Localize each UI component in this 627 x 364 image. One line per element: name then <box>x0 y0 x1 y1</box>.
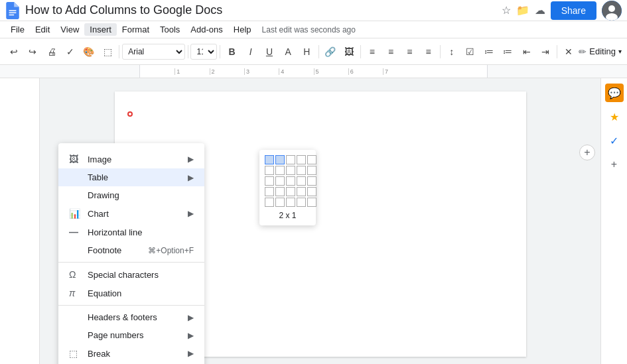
chat-icon[interactable]: 💬 <box>605 84 624 102</box>
menu-item-view[interactable]: View <box>55 23 84 36</box>
chart-menu-arrow: ▶ <box>188 209 194 218</box>
document-title[interactable]: How to Add Columns to Google Docs <box>25 3 502 17</box>
add-content-button[interactable]: + <box>579 145 595 160</box>
title-actions: ☆ 📁 ☁ Share <box>502 1 622 21</box>
grid-cell[interactable] <box>307 187 316 196</box>
menu-item-page-numbers[interactable]: Page numbers ▶ <box>58 326 204 344</box>
menu-item-equation[interactable]: π Equation <box>58 284 204 302</box>
bullet-list-button[interactable]: ≔ <box>480 42 498 61</box>
grid-cell[interactable] <box>307 176 316 186</box>
font-name-select[interactable]: Arial <box>122 44 184 60</box>
grid-cell[interactable] <box>286 166 295 175</box>
toolbar-divider-3 <box>220 45 220 58</box>
indent-button[interactable]: ⇥ <box>537 42 554 61</box>
insert-menu-section-3: Headers & footers ▶ Page numbers ▶ ⬚ Bre… <box>58 306 204 364</box>
grid-cell[interactable] <box>286 176 295 186</box>
avatar[interactable] <box>602 1 622 21</box>
grid-cell[interactable] <box>297 187 306 196</box>
chart-menu-icon: 📊 <box>69 208 82 219</box>
grid-cell[interactable] <box>297 155 306 164</box>
menu-item-format[interactable]: Format <box>117 23 155 36</box>
link-button[interactable]: 🔗 <box>321 42 338 61</box>
grid-cell[interactable] <box>265 176 274 186</box>
bold-button[interactable]: B <box>223 42 240 61</box>
folder-icon[interactable]: 📁 <box>516 4 529 17</box>
editing-indicator[interactable]: ✏ Editing ▾ <box>579 46 622 57</box>
menu-item-help[interactable]: Help <box>228 23 257 36</box>
print-button[interactable]: 🖨 <box>42 42 60 61</box>
justify-button[interactable]: ≡ <box>419 42 437 61</box>
grid-cell[interactable] <box>307 166 316 175</box>
special-chars-icon: Ω <box>69 269 82 280</box>
menu-item-chart[interactable]: 📊 Chart ▶ <box>58 204 204 223</box>
menu-item-tools[interactable]: Tools <box>155 23 185 36</box>
menu-item-horizontal-line[interactable]: — Horizontal line <box>58 223 204 241</box>
clear-format-button[interactable]: ✕ <box>560 42 577 61</box>
grid-cell[interactable] <box>265 198 274 207</box>
menu-item-drawing[interactable]: Drawing <box>58 186 204 204</box>
add-side-button[interactable]: + <box>605 155 624 174</box>
grid-cell[interactable] <box>286 155 295 164</box>
star-side-icon[interactable]: ★ <box>605 107 624 126</box>
menu-item-break[interactable]: ⬚ Break ▶ <box>58 344 204 363</box>
table-grid[interactable] <box>265 155 311 207</box>
cloud-icon[interactable]: ☁ <box>535 4 545 17</box>
undo-button[interactable]: ↩ <box>5 42 23 61</box>
grid-cell[interactable] <box>297 198 306 207</box>
menu-item-footnote[interactable]: Footnote ⌘+Option+F <box>58 241 204 259</box>
grid-cell[interactable] <box>286 187 295 196</box>
font-size-select[interactable]: 11 <box>190 44 217 60</box>
image-menu-icon: 🖼 <box>69 154 82 164</box>
grid-cell[interactable] <box>307 198 316 207</box>
menu-item-edit[interactable]: Edit <box>30 23 55 36</box>
line-spacing-button[interactable]: ↕ <box>443 42 460 61</box>
grid-cell[interactable] <box>307 155 316 164</box>
break-icon: ⬚ <box>69 348 82 359</box>
grid-cell[interactable] <box>297 166 306 175</box>
redo-button[interactable]: ↪ <box>24 42 41 61</box>
grid-cell[interactable] <box>275 198 285 207</box>
menu-item-addons[interactable]: Add-ons <box>185 23 228 36</box>
star-icon[interactable]: ☆ <box>502 4 511 17</box>
grid-cell[interactable] <box>275 166 285 175</box>
align-right-button[interactable]: ≡ <box>401 42 418 61</box>
menu-item-table[interactable]: Table ▶ <box>58 168 204 186</box>
underline-button[interactable]: U <box>261 42 278 61</box>
zoom-button[interactable]: ⬚ <box>99 42 116 61</box>
menu-item-headers-footers[interactable]: Headers & footers ▶ <box>58 308 204 326</box>
insert-menu-section-1: 🖼 Image ▶ Table ▶ Drawing 📊 Chart ▶ — Ho… <box>58 147 204 263</box>
grid-cell[interactable] <box>265 166 274 175</box>
grid-cell[interactable] <box>297 176 306 186</box>
grid-cell[interactable] <box>265 155 274 164</box>
grid-cell[interactable] <box>275 187 285 196</box>
ruler-inner: 1 2 3 4 5 6 7 <box>139 65 488 78</box>
headers-footers-label: Headers & footers <box>88 312 157 322</box>
svg-point-1 <box>608 5 615 12</box>
checklist-button[interactable]: ☑ <box>462 42 479 61</box>
check-side-icon[interactable]: ✓ <box>605 131 624 150</box>
align-left-button[interactable]: ≡ <box>364 42 381 61</box>
text-color-button[interactable]: A <box>279 42 297 61</box>
grid-cell[interactable] <box>265 187 274 196</box>
menu-item-special-chars[interactable]: Ω Special characters <box>58 265 204 284</box>
highlight-button[interactable]: H <box>298 42 315 61</box>
numbered-list-button[interactable]: ≔ <box>499 42 516 61</box>
hline-menu-icon: — <box>69 227 82 237</box>
paint-format-button[interactable]: 🎨 <box>80 42 98 61</box>
menu-item-insert[interactable]: Insert <box>84 23 117 36</box>
italic-button[interactable]: I <box>242 42 259 61</box>
align-center-button[interactable]: ≡ <box>382 42 399 61</box>
insert-menu-section-2: Ω Special characters π Equation <box>58 263 204 306</box>
grid-cell[interactable] <box>286 198 295 207</box>
menu-item-file[interactable]: File <box>5 23 30 36</box>
share-button[interactable]: Share <box>551 1 596 20</box>
grid-cell[interactable] <box>275 176 285 186</box>
last-edit-text: Last edit was seconds ago <box>262 25 356 34</box>
spellcheck-button[interactable]: ✓ <box>62 42 79 61</box>
grid-cell[interactable] <box>275 155 285 164</box>
outdent-button[interactable]: ⇤ <box>518 42 535 61</box>
menu-item-image[interactable]: 🖼 Image ▶ <box>58 150 204 168</box>
toolbar-divider-2 <box>188 45 188 58</box>
image-button[interactable]: 🖼 <box>340 42 358 61</box>
break-arrow: ▶ <box>188 349 194 358</box>
